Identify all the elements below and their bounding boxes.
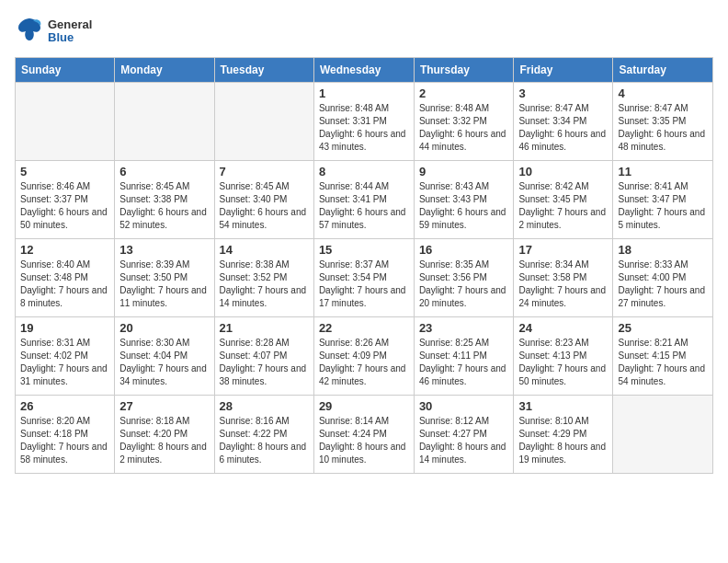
day-number: 18: [618, 243, 708, 257]
calendar-cell: 20Sunrise: 8:30 AMSunset: 4:04 PMDayligh…: [115, 317, 214, 396]
calendar-cell: 22Sunrise: 8:26 AMSunset: 4:09 PMDayligh…: [313, 317, 414, 396]
logo-blue: Blue: [48, 31, 92, 44]
day-number: 1: [319, 86, 409, 100]
day-number: 31: [518, 399, 608, 413]
calendar-cell: 2Sunrise: 8:48 AMSunset: 3:32 PMDaylight…: [414, 83, 514, 161]
week-row-5: 26Sunrise: 8:20 AMSunset: 4:18 PMDayligh…: [16, 396, 713, 474]
day-info: Sunrise: 8:37 AMSunset: 3:54 PMDaylight:…: [319, 259, 409, 310]
day-info: Sunrise: 8:12 AMSunset: 4:27 PMDaylight:…: [419, 415, 509, 466]
day-number: 21: [220, 321, 309, 335]
calendar-cell: 30Sunrise: 8:12 AMSunset: 4:27 PMDayligh…: [414, 396, 514, 474]
day-info: Sunrise: 8:48 AMSunset: 3:32 PMDaylight:…: [419, 102, 509, 154]
calendar-cell: 4Sunrise: 8:47 AMSunset: 3:35 PMDaylight…: [613, 83, 713, 161]
calendar-cell: 18Sunrise: 8:33 AMSunset: 4:00 PMDayligh…: [613, 239, 713, 317]
calendar-cell: [16, 83, 115, 161]
day-number: 14: [220, 243, 309, 257]
calendar-cell: 13Sunrise: 8:39 AMSunset: 3:50 PMDayligh…: [115, 239, 214, 317]
day-info: Sunrise: 8:16 AMSunset: 4:22 PMDaylight:…: [220, 415, 309, 466]
day-number: 30: [419, 399, 509, 413]
day-info: Sunrise: 8:31 AMSunset: 4:02 PMDaylight:…: [20, 337, 109, 388]
calendar-cell: 15Sunrise: 8:37 AMSunset: 3:54 PMDayligh…: [313, 239, 414, 317]
calendar-cell: 9Sunrise: 8:43 AMSunset: 3:43 PMDaylight…: [414, 161, 514, 239]
week-row-4: 19Sunrise: 8:31 AMSunset: 4:02 PMDayligh…: [16, 317, 713, 396]
day-info: Sunrise: 8:39 AMSunset: 3:50 PMDaylight:…: [119, 259, 209, 310]
day-info: Sunrise: 8:44 AMSunset: 3:41 PMDaylight:…: [319, 180, 409, 232]
day-info: Sunrise: 8:43 AMSunset: 3:43 PMDaylight:…: [419, 180, 509, 232]
calendar-cell: 3Sunrise: 8:47 AMSunset: 3:34 PMDaylight…: [514, 83, 613, 161]
weekday-header-monday: Monday: [115, 58, 214, 83]
day-info: Sunrise: 8:23 AMSunset: 4:13 PMDaylight:…: [518, 337, 608, 388]
day-number: 7: [220, 165, 309, 178]
calendar-cell: [613, 396, 713, 474]
day-number: 28: [220, 399, 309, 413]
week-row-2: 5Sunrise: 8:46 AMSunset: 3:37 PMDaylight…: [16, 161, 713, 239]
weekday-header-row: SundayMondayTuesdayWednesdayThursdayFrid…: [16, 58, 713, 83]
day-number: 11: [618, 165, 708, 178]
week-row-1: 1Sunrise: 8:48 AMSunset: 3:31 PMDaylight…: [16, 83, 713, 161]
calendar-cell: [214, 83, 313, 161]
weekday-header-thursday: Thursday: [414, 58, 514, 83]
logo-bird-icon: [15, 15, 44, 44]
calendar-cell: 11Sunrise: 8:41 AMSunset: 3:47 PMDayligh…: [613, 161, 713, 239]
day-number: 9: [419, 165, 509, 178]
calendar-cell: 17Sunrise: 8:34 AMSunset: 3:58 PMDayligh…: [514, 239, 613, 317]
day-number: 2: [419, 86, 509, 100]
day-info: Sunrise: 8:20 AMSunset: 4:18 PMDaylight:…: [20, 415, 109, 466]
day-info: Sunrise: 8:45 AMSunset: 3:40 PMDaylight:…: [220, 180, 309, 232]
day-info: Sunrise: 8:47 AMSunset: 3:35 PMDaylight:…: [618, 102, 708, 154]
day-info: Sunrise: 8:30 AMSunset: 4:04 PMDaylight:…: [119, 337, 209, 388]
calendar-cell: 29Sunrise: 8:14 AMSunset: 4:24 PMDayligh…: [313, 396, 414, 474]
calendar-cell: 25Sunrise: 8:21 AMSunset: 4:15 PMDayligh…: [613, 317, 713, 396]
calendar-cell: 23Sunrise: 8:25 AMSunset: 4:11 PMDayligh…: [414, 317, 514, 396]
day-number: 19: [20, 321, 109, 335]
day-info: Sunrise: 8:38 AMSunset: 3:52 PMDaylight:…: [220, 259, 309, 310]
day-number: 12: [20, 243, 109, 257]
day-info: Sunrise: 8:42 AMSunset: 3:45 PMDaylight:…: [518, 180, 608, 232]
day-info: Sunrise: 8:18 AMSunset: 4:20 PMDaylight:…: [119, 415, 209, 466]
calendar-cell: 6Sunrise: 8:45 AMSunset: 3:38 PMDaylight…: [115, 161, 214, 239]
day-number: 4: [618, 86, 708, 100]
day-number: 3: [518, 86, 608, 100]
day-info: Sunrise: 8:48 AMSunset: 3:31 PMDaylight:…: [319, 102, 409, 154]
day-number: 16: [419, 243, 509, 257]
day-number: 26: [20, 399, 109, 413]
weekday-header-wednesday: Wednesday: [313, 58, 414, 83]
day-info: Sunrise: 8:45 AMSunset: 3:38 PMDaylight:…: [119, 180, 209, 232]
day-number: 24: [518, 321, 608, 335]
day-number: 20: [119, 321, 209, 335]
day-number: 17: [518, 243, 608, 257]
logo-general: General: [48, 18, 92, 31]
day-info: Sunrise: 8:34 AMSunset: 3:58 PMDaylight:…: [518, 259, 608, 310]
day-number: 13: [119, 243, 209, 257]
day-info: Sunrise: 8:14 AMSunset: 4:24 PMDaylight:…: [319, 415, 409, 466]
calendar-cell: 19Sunrise: 8:31 AMSunset: 4:02 PMDayligh…: [16, 317, 115, 396]
day-info: Sunrise: 8:41 AMSunset: 3:47 PMDaylight:…: [618, 180, 708, 232]
day-info: Sunrise: 8:26 AMSunset: 4:09 PMDaylight:…: [319, 337, 409, 388]
calendar-cell: 28Sunrise: 8:16 AMSunset: 4:22 PMDayligh…: [214, 396, 313, 474]
day-info: Sunrise: 8:47 AMSunset: 3:34 PMDaylight:…: [518, 102, 608, 154]
logo: General Blue: [15, 15, 92, 48]
calendar-cell: 12Sunrise: 8:40 AMSunset: 3:48 PMDayligh…: [16, 239, 115, 317]
day-number: 22: [319, 321, 409, 335]
day-info: Sunrise: 8:35 AMSunset: 3:56 PMDaylight:…: [419, 259, 509, 310]
calendar-cell: 21Sunrise: 8:28 AMSunset: 4:07 PMDayligh…: [214, 317, 313, 396]
day-number: 5: [20, 165, 109, 178]
day-number: 8: [319, 165, 409, 178]
day-info: Sunrise: 8:25 AMSunset: 4:11 PMDaylight:…: [419, 337, 509, 388]
calendar-table: SundayMondayTuesdayWednesdayThursdayFrid…: [15, 57, 713, 474]
calendar-cell: 27Sunrise: 8:18 AMSunset: 4:20 PMDayligh…: [115, 396, 214, 474]
day-number: 29: [319, 399, 409, 413]
day-info: Sunrise: 8:28 AMSunset: 4:07 PMDaylight:…: [220, 337, 309, 388]
day-number: 15: [319, 243, 409, 257]
day-number: 27: [119, 399, 209, 413]
calendar-cell: 24Sunrise: 8:23 AMSunset: 4:13 PMDayligh…: [514, 317, 613, 396]
calendar-cell: 1Sunrise: 8:48 AMSunset: 3:31 PMDaylight…: [313, 83, 414, 161]
calendar-cell: 7Sunrise: 8:45 AMSunset: 3:40 PMDaylight…: [214, 161, 313, 239]
calendar-cell: 10Sunrise: 8:42 AMSunset: 3:45 PMDayligh…: [514, 161, 613, 239]
day-info: Sunrise: 8:33 AMSunset: 4:00 PMDaylight:…: [618, 259, 708, 310]
day-info: Sunrise: 8:40 AMSunset: 3:48 PMDaylight:…: [20, 259, 109, 310]
day-number: 10: [518, 165, 608, 178]
calendar-cell: 16Sunrise: 8:35 AMSunset: 3:56 PMDayligh…: [414, 239, 514, 317]
day-info: Sunrise: 8:46 AMSunset: 3:37 PMDaylight:…: [20, 180, 109, 232]
weekday-header-tuesday: Tuesday: [214, 58, 313, 83]
